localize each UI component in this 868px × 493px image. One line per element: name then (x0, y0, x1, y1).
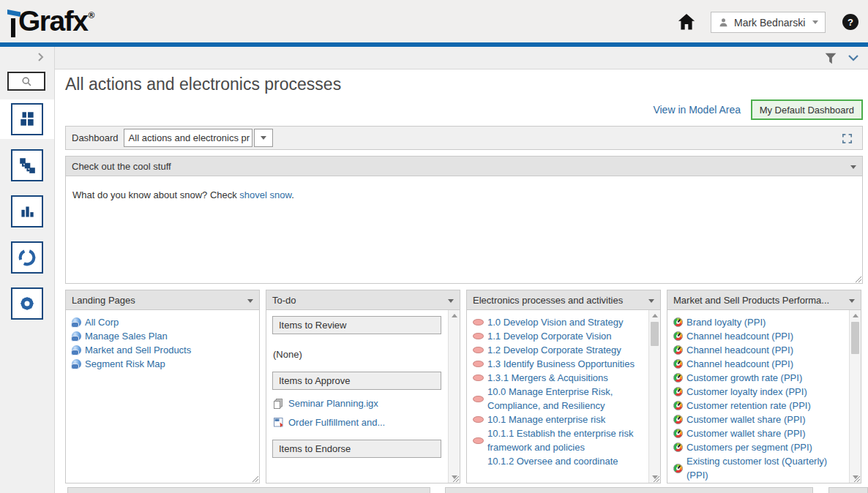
scroll-up-button[interactable] (850, 310, 861, 321)
indicator-link[interactable]: Customer wallet share (PPI) (673, 413, 847, 426)
user-name: Mark Bednarski (734, 17, 807, 29)
widget-title: Market and Sell Products Performa... (673, 295, 829, 306)
dashboard-combobox-input[interactable]: All actions and electronics pr (124, 129, 252, 147)
chevron-right-icon (35, 52, 45, 62)
process-link[interactable]: 1.0 Develop Vision and Strategy (473, 315, 646, 329)
home-icon (676, 12, 697, 32)
sidebar-item-dashboards[interactable] (11, 103, 43, 135)
indicator-link[interactable]: Customer wallet share (PPI) (673, 426, 847, 440)
process-link[interactable]: 1.3 Identify Business Opportunities (473, 357, 646, 371)
text-after-link: . (291, 189, 294, 200)
process-link[interactable]: 1.1 Develop Corporate Vision (473, 329, 646, 343)
landing-page-link[interactable]: Manage Sales Plan (72, 329, 258, 343)
widget-title: To-do (272, 295, 296, 306)
sidebar-item-cycles[interactable] (11, 241, 43, 274)
widget-collapse-icon[interactable] (648, 299, 654, 303)
next-row-widget-header-partial (828, 487, 868, 493)
widget-todo: To-do Items to Review (None) Items to Ap… (266, 290, 460, 483)
fullscreen-icon (841, 132, 853, 145)
process-tree-icon (18, 156, 37, 175)
sidebar-expand-button[interactable] (35, 52, 45, 62)
gauge-icon (673, 443, 683, 452)
indicator-link[interactable]: Customer loyalty index (PPI) (673, 385, 847, 399)
indicator-link[interactable]: Channel headcount (PPI) (673, 343, 847, 357)
sidebar-item-processes[interactable] (11, 149, 43, 181)
igrafx-logo: Grafx ® (9, 4, 94, 39)
dashboard-select-label: Dashboard (72, 132, 119, 143)
sidebar-search-input[interactable] (7, 72, 45, 91)
process-oval-icon (473, 396, 484, 402)
landing-page-link[interactable]: Market and Sell Products (72, 343, 258, 357)
dashboard-combobox-dropdown-button[interactable] (254, 129, 273, 147)
indicator-link[interactable]: Customer growth rate (PPI) (673, 371, 847, 385)
gauge-icon (673, 345, 683, 355)
indicator-link[interactable]: Customer retention rate (PPI) (673, 399, 847, 413)
widget-collapse-icon[interactable] (850, 165, 856, 169)
triangle-up-icon (452, 314, 457, 317)
process-link[interactable]: 1.3.1 Mergers & Acquisitions (473, 371, 646, 385)
process-link[interactable]: 10.1 Manage enterprise risk (473, 413, 646, 426)
scrollbar[interactable] (448, 310, 460, 483)
home-button[interactable] (676, 12, 697, 32)
scrollbar[interactable] (648, 310, 660, 483)
indicator-link[interactable]: Channel headcount (PPI) (673, 329, 847, 343)
shovel-snow-link[interactable]: shovel snow (239, 189, 291, 200)
collapse-header-button[interactable] (848, 53, 859, 62)
process-oval-icon (473, 361, 484, 367)
widget-body: Items to Review (None) Items to Approve … (266, 310, 460, 483)
scrollbar-thumb[interactable] (851, 322, 859, 354)
logo-registered-mark: ® (88, 10, 94, 20)
indicator-link[interactable]: Existing customer lost (Quarterly) (PPI) (673, 454, 847, 482)
view-in-model-area-link[interactable]: View in Model Area (653, 104, 741, 116)
gear-icon (17, 293, 37, 314)
fullscreen-button[interactable] (841, 132, 853, 145)
resize-handle[interactable] (251, 475, 258, 482)
process-link[interactable]: 1.2 Develop Corporate Strategy (473, 343, 646, 357)
scroll-up-button[interactable] (449, 310, 460, 321)
widget-collapse-icon[interactable] (448, 299, 454, 303)
dashboard-toolbar: Dashboard All actions and electronics pr (65, 126, 863, 150)
main-content: All actions and electronics processes Vi… (55, 70, 868, 493)
widget-collapse-icon[interactable] (849, 299, 855, 303)
my-default-dashboard-button[interactable]: My Default Dashboard (751, 99, 863, 120)
process-link[interactable]: 10.0 Manage Enterprise Risk, Compliance,… (473, 385, 646, 413)
gauge-icon (673, 359, 683, 369)
search-icon (21, 76, 32, 87)
process-link[interactable]: 10.1.2 Oversee and coordinate (473, 454, 646, 468)
widget-header: To-do (266, 290, 460, 310)
gauge-icon (673, 464, 683, 473)
widget-header: Market and Sell Products Performa... (667, 290, 861, 310)
indicator-link[interactable]: Channel headcount (PPI) (673, 357, 847, 371)
landing-page-link[interactable]: Segment Risk Map (72, 357, 258, 371)
landing-page-link[interactable]: All Corp (72, 315, 258, 329)
top-header: Grafx ® Mark Bednarski ? (0, 0, 868, 42)
scrollbar-thumb[interactable] (651, 322, 659, 346)
link-globe-icon (72, 317, 81, 327)
widget-collapse-icon[interactable] (247, 299, 253, 303)
widget-title: Landing Pages (72, 295, 135, 306)
link-globe-icon (72, 345, 81, 355)
user-menu-button[interactable]: Mark Bednarski (711, 12, 826, 33)
chevron-down-icon (812, 20, 818, 24)
sidebar-item-reports[interactable] (11, 195, 43, 227)
resize-handle[interactable] (854, 275, 861, 282)
process-oval-icon (473, 437, 484, 444)
scroll-up-button[interactable] (649, 310, 661, 321)
bar-chart-icon (18, 202, 37, 221)
indicator-link[interactable]: Customers per segment (PPI) (673, 440, 847, 454)
todo-item-link[interactable]: Seminar Planning.igx (274, 398, 447, 409)
sidebar-item-settings[interactable] (11, 287, 43, 320)
igrafx-logo-i-glyph (9, 4, 18, 38)
widget-electronics-processes: Electronics processes and activities 1.0… (466, 290, 661, 483)
widget-market-performance: Market and Sell Products Performa... Bra… (667, 290, 861, 483)
todo-section-header: Items to Endorse (272, 440, 441, 458)
todo-item-link[interactable]: Order Fulfillment and... (274, 417, 447, 428)
logo-text: Grafx (18, 4, 87, 38)
process-link[interactable]: 10.1.1 Establish the enterprise risk fra… (473, 426, 646, 454)
indicator-link[interactable]: Brand loyalty (PPI) (673, 315, 847, 329)
help-button[interactable]: ? (842, 14, 858, 30)
widget-body: 1.0 Develop Vision and Strategy 1.1 Deve… (466, 310, 661, 483)
scrollbar[interactable] (849, 310, 861, 483)
widget-title: Electronics processes and activities (473, 295, 623, 306)
filter-button[interactable] (823, 50, 839, 67)
